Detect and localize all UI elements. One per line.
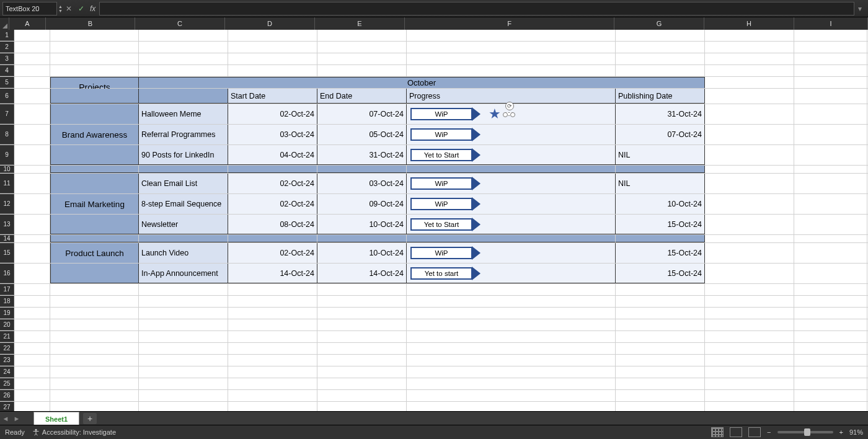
- cell[interactable]: [317, 390, 407, 401]
- spacer-cell[interactable]: [407, 235, 616, 242]
- cell[interactable]: [14, 319, 50, 330]
- cell[interactable]: [14, 145, 50, 165]
- end-date[interactable]: 31-Oct-24: [317, 145, 407, 165]
- cell[interactable]: [794, 308, 867, 319]
- cell[interactable]: [616, 355, 705, 366]
- cell[interactable]: [14, 125, 50, 144]
- cell[interactable]: [794, 53, 867, 64]
- task-name[interactable]: Newsletter: [139, 215, 228, 234]
- cell[interactable]: [50, 378, 139, 389]
- project-group[interactable]: [50, 145, 139, 165]
- cell[interactable]: [407, 296, 616, 307]
- cell[interactable]: [139, 284, 228, 295]
- cell[interactable]: [14, 235, 50, 242]
- cell[interactable]: [14, 174, 50, 193]
- callout-textbox[interactable]: ⟳: [505, 112, 513, 116]
- cell[interactable]: [317, 343, 407, 354]
- row-header[interactable]: 10: [0, 166, 14, 173]
- task-name[interactable]: Referral Programmes: [139, 125, 228, 144]
- cell[interactable]: [14, 343, 50, 354]
- cell[interactable]: [794, 319, 867, 330]
- cell[interactable]: [705, 104, 794, 124]
- cell[interactable]: [139, 42, 228, 53]
- row-header[interactable]: 3: [0, 53, 14, 64]
- cell[interactable]: [705, 284, 794, 295]
- tab-prev-button[interactable]: ◄: [0, 415, 11, 422]
- month-header[interactable]: October: [139, 77, 705, 88]
- cell[interactable]: [228, 319, 317, 330]
- cell[interactable]: [50, 331, 139, 342]
- task-name[interactable]: 8-step Email Sequence: [139, 194, 228, 214]
- cell[interactable]: [139, 65, 228, 76]
- cell[interactable]: [228, 42, 317, 53]
- cell[interactable]: [139, 378, 228, 389]
- end-date[interactable]: 03-Oct-24: [317, 174, 407, 193]
- cell[interactable]: [228, 355, 317, 366]
- publishing-date[interactable]: 07-Oct-24: [616, 125, 705, 144]
- spacer-cell[interactable]: [50, 235, 139, 242]
- cell[interactable]: [705, 402, 794, 412]
- zoom-in-button[interactable]: +: [839, 428, 843, 436]
- cell[interactable]: [794, 331, 867, 342]
- cell[interactable]: [794, 284, 867, 295]
- cell[interactable]: [50, 390, 139, 401]
- cell[interactable]: [228, 65, 317, 76]
- projects-header[interactable]: [50, 89, 139, 104]
- cell[interactable]: [705, 243, 794, 263]
- add-sheet-button[interactable]: +: [83, 413, 97, 424]
- cell[interactable]: [705, 125, 794, 144]
- cell[interactable]: [794, 174, 867, 193]
- start-date[interactable]: 08-Oct-24: [228, 215, 317, 234]
- cell[interactable]: [794, 104, 867, 124]
- cell[interactable]: [139, 319, 228, 330]
- cell[interactable]: [317, 355, 407, 366]
- cell[interactable]: [794, 243, 867, 263]
- cell[interactable]: [794, 355, 867, 366]
- end-date[interactable]: 07-Oct-24: [317, 104, 407, 124]
- task-name[interactable]: In-App Announcement: [139, 264, 228, 283]
- cell[interactable]: [317, 366, 407, 378]
- cell[interactable]: [705, 53, 794, 64]
- cell[interactable]: [317, 378, 407, 389]
- cell[interactable]: [317, 296, 407, 307]
- progress-shape[interactable]: WiP: [410, 198, 481, 210]
- start-date[interactable]: 14-Oct-24: [228, 264, 317, 283]
- task-name[interactable]: Launch Video: [139, 243, 228, 263]
- cell[interactable]: [50, 284, 139, 295]
- cell[interactable]: [705, 355, 794, 366]
- project-group[interactable]: [50, 174, 139, 193]
- cell[interactable]: [139, 343, 228, 354]
- start-date[interactable]: 02-Oct-24: [228, 243, 317, 263]
- cell[interactable]: [50, 366, 139, 378]
- row-header[interactable]: 4: [0, 65, 14, 76]
- row-header[interactable]: 9: [0, 145, 14, 165]
- publishing-date[interactable]: 15-Oct-24: [616, 243, 705, 263]
- cell[interactable]: [794, 65, 867, 76]
- cell[interactable]: [794, 235, 867, 242]
- cell[interactable]: [705, 378, 794, 389]
- cell[interactable]: [794, 77, 867, 88]
- cell[interactable]: [50, 53, 139, 64]
- row-header[interactable]: 13: [0, 215, 14, 234]
- cell[interactable]: [228, 366, 317, 378]
- row-header[interactable]: 26: [0, 390, 14, 401]
- col-header[interactable]: D: [225, 17, 315, 30]
- progress-cell[interactable]: WiP★⟳: [407, 104, 616, 124]
- end-date[interactable]: 09-Oct-24: [317, 194, 407, 214]
- cell[interactable]: [50, 308, 139, 319]
- confirm-icon[interactable]: ✓: [75, 4, 87, 13]
- cell[interactable]: [616, 284, 705, 295]
- cell[interactable]: [139, 402, 228, 412]
- cell[interactable]: [14, 331, 50, 342]
- cell[interactable]: [794, 215, 867, 234]
- cell[interactable]: [407, 343, 616, 354]
- cell[interactable]: [705, 343, 794, 354]
- project-group[interactable]: Product Launch: [50, 243, 139, 263]
- cell[interactable]: [407, 319, 616, 330]
- cell[interactable]: [317, 319, 407, 330]
- cell[interactable]: [407, 308, 616, 319]
- cell[interactable]: [139, 390, 228, 401]
- worksheet-grid[interactable]: 12345ProjectsOctober6Start DateEnd DateP…: [0, 30, 868, 412]
- cell[interactable]: [14, 378, 50, 389]
- publishing-date[interactable]: 10-Oct-24: [616, 194, 705, 214]
